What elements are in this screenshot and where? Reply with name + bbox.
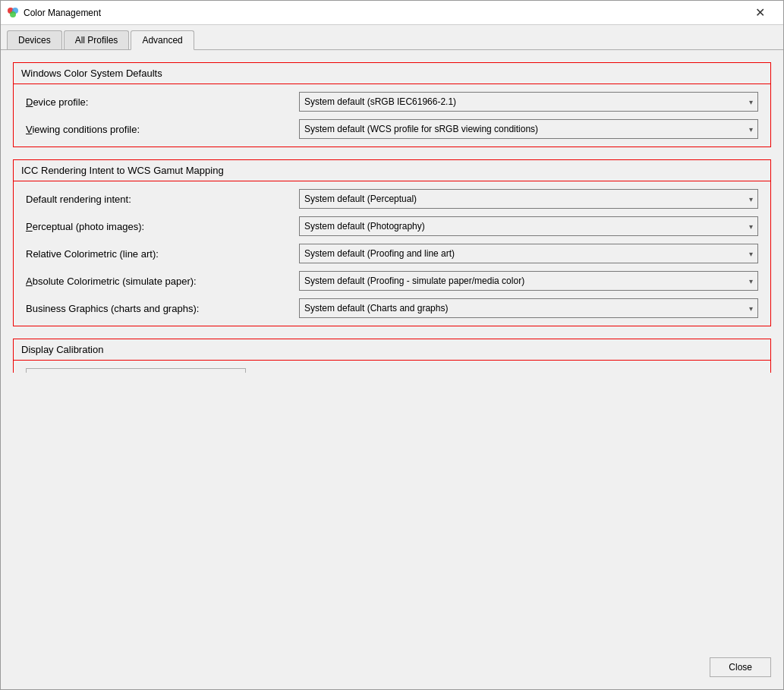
color-management-window: Color Management ✕ Devices All Profiles … xyxy=(0,0,784,690)
icc-row-4: Business Graphics (charts and graphs): S… xyxy=(26,298,758,318)
title-bar-left: Color Management xyxy=(7,7,101,19)
main-content: Windows Color System Defaults Device pro… xyxy=(1,50,783,373)
icc-value-4: System default (Charts and graphs) xyxy=(304,303,448,313)
display-calibration-section: Display Calibration Calibrate display xyxy=(13,339,771,373)
icc-row-3: Absolute Colorimetric (simulate paper): … xyxy=(26,271,758,291)
icc-row-0: Default rendering intent: System default… xyxy=(26,189,758,209)
icc-value-2: System default (Proofing and line art) xyxy=(304,248,455,259)
viewing-conditions-value: System default (WCS profile for sRGB vie… xyxy=(304,124,538,134)
icc-dropdown-4[interactable]: System default (Charts and graphs) ▾ xyxy=(299,298,758,318)
footer-bottom: Close xyxy=(1,373,783,689)
icc-row-2: Relative Colorimetric (line art): System… xyxy=(26,244,758,263)
svg-point-2 xyxy=(10,11,16,17)
title-bar: Color Management ✕ xyxy=(1,1,783,25)
icc-dropdown-1[interactable]: System default (Photography) ▾ xyxy=(299,216,758,236)
icc-row-1: Perceptual (photo images): System defaul… xyxy=(26,216,758,236)
viewing-conditions-arrow: ▾ xyxy=(749,125,753,134)
icc-dropdown-2[interactable]: System default (Proofing and line art) ▾ xyxy=(299,244,758,263)
icc-dropdown-0[interactable]: System default (Perceptual) ▾ xyxy=(299,189,758,209)
device-profile-arrow: ▾ xyxy=(749,98,753,106)
display-calibration-title: Display Calibration xyxy=(14,339,770,361)
icc-arrow-2: ▾ xyxy=(749,250,753,258)
icc-value-3: System default (Proofing - simulate pape… xyxy=(304,276,524,286)
icc-rendering-body: Default rendering intent: System default… xyxy=(14,181,770,326)
tab-advanced[interactable]: Advanced xyxy=(131,30,194,50)
icc-label-1: Perceptual (photo images): xyxy=(26,221,299,232)
window-close-button[interactable]: ✕ xyxy=(742,1,777,25)
windows-color-system-section: Windows Color System Defaults Device pro… xyxy=(13,62,771,147)
viewing-conditions-dropdown[interactable]: System default (WCS profile for sRGB vie… xyxy=(299,119,758,139)
icc-value-0: System default (Perceptual) xyxy=(304,194,417,204)
icc-label-0: Default rendering intent: xyxy=(26,194,299,205)
tab-all-profiles[interactable]: All Profiles xyxy=(64,30,130,49)
viewing-conditions-row: Viewing conditions profile: System defau… xyxy=(26,119,758,139)
icc-arrow-3: ▾ xyxy=(749,277,753,285)
tab-devices[interactable]: Devices xyxy=(7,30,62,49)
icc-arrow-0: ▾ xyxy=(749,195,753,203)
icc-label-2: Relative Colorimetric (line art): xyxy=(26,248,299,260)
window-title: Color Management xyxy=(24,8,101,18)
device-profile-row: Device profile: System default (sRGB IEC… xyxy=(26,92,758,112)
icc-rendering-title: ICC Rendering Intent to WCS Gamut Mappin… xyxy=(14,160,770,181)
icc-label-4: Business Graphics (charts and graphs): xyxy=(26,303,299,314)
close-button[interactable]: Close xyxy=(710,657,771,677)
icc-rendering-section: ICC Rendering Intent to WCS Gamut Mappin… xyxy=(13,159,771,326)
icc-value-1: System default (Photography) xyxy=(304,221,425,232)
windows-color-system-title: Windows Color System Defaults xyxy=(14,63,770,84)
icc-arrow-4: ▾ xyxy=(749,304,753,313)
icc-label-3: Absolute Colorimetric (simulate paper): xyxy=(26,276,299,287)
device-profile-dropdown[interactable]: System default (sRGB IEC61966-2.1) ▾ xyxy=(299,92,758,112)
device-profile-value: System default (sRGB IEC61966-2.1) xyxy=(304,96,456,107)
display-calibration-body: Calibrate display Reload current calibra… xyxy=(14,361,770,373)
app-icon xyxy=(7,7,19,19)
tabs-bar: Devices All Profiles Advanced xyxy=(1,25,783,50)
viewing-conditions-label: Viewing conditions profile: xyxy=(26,124,299,135)
device-profile-label: Device profile: xyxy=(26,96,299,108)
windows-color-system-body: Device profile: System default (sRGB IEC… xyxy=(14,84,770,147)
icc-arrow-1: ▾ xyxy=(749,222,753,231)
icc-dropdown-3[interactable]: System default (Proofing - simulate pape… xyxy=(299,271,758,291)
